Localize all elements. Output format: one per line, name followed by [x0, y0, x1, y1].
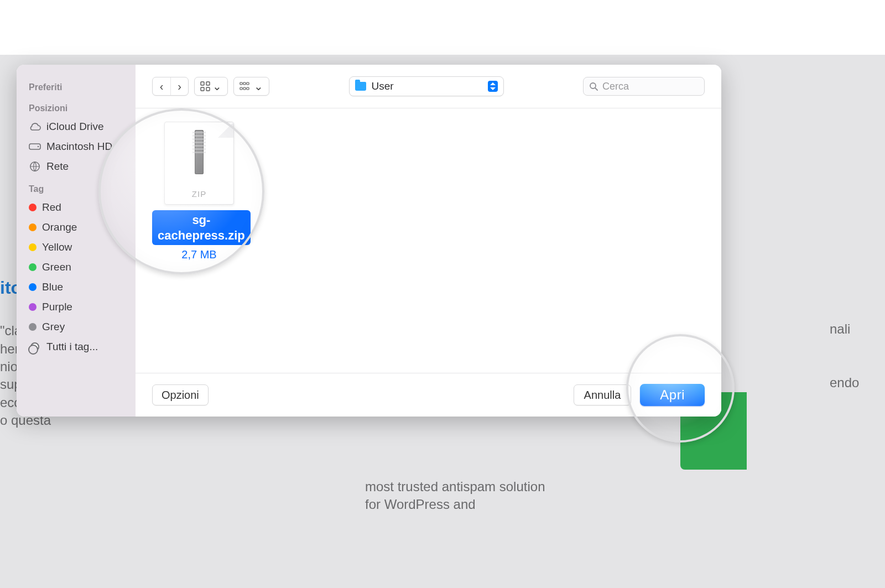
dropdown-updown-icon [488, 81, 498, 92]
sidebar-item-macintosh-hd[interactable]: Macintosh HD [17, 137, 136, 157]
search-icon [589, 82, 598, 91]
file-type-label: ZIP [192, 189, 206, 204]
options-button[interactable]: Opzioni [152, 384, 209, 405]
background-text-right: naliendo [830, 320, 885, 392]
sidebar-item-network[interactable]: Rete [17, 157, 136, 176]
sidebar: Preferiti Posizioni iCloud Drive Macinto… [17, 65, 136, 417]
file-open-dialog: Preferiti Posizioni iCloud Drive Macinto… [17, 65, 721, 417]
chevron-down-icon: ⌄ [254, 81, 263, 92]
svg-rect-7 [240, 82, 242, 85]
cloud-icon [29, 121, 41, 133]
svg-point-1 [38, 146, 39, 147]
file-browser-content[interactable]: ZIP sg-cachepress.zip 2,7 MB [136, 108, 721, 373]
tag-dot-icon [29, 263, 37, 271]
sidebar-tag-yellow[interactable]: Yellow [17, 237, 136, 257]
tag-dot-icon [29, 323, 37, 331]
svg-rect-4 [206, 82, 210, 85]
sidebar-item-label: Purple [42, 301, 72, 313]
all-tags-icon [29, 341, 41, 353]
favorites-header: Preferiti [17, 75, 136, 96]
file-item-selected[interactable]: ZIP sg-cachepress.zip 2,7 MB [152, 122, 246, 261]
svg-rect-8 [243, 82, 246, 85]
grid-icon [200, 81, 210, 91]
tag-dot-icon [29, 303, 37, 311]
disk-icon [29, 141, 41, 153]
chevron-left-icon: ‹ [160, 81, 164, 92]
svg-rect-11 [243, 87, 246, 90]
toolbar: ‹ › ⌄ [136, 65, 721, 108]
location-label: User [372, 80, 482, 92]
sidebar-item-label: Orange [42, 221, 77, 233]
tags-header: Tag [17, 176, 136, 197]
chevron-down-icon: ⌄ [212, 81, 222, 92]
svg-rect-3 [201, 82, 204, 85]
sidebar-item-icloud-drive[interactable]: iCloud Drive [17, 117, 136, 137]
sidebar-tag-purple[interactable]: Purple [17, 297, 136, 317]
globe-icon [29, 160, 41, 173]
sidebar-item-label: Tutti i tag... [46, 341, 98, 353]
open-button[interactable]: Apri [640, 384, 705, 406]
sidebar-item-label: Grey [42, 321, 65, 333]
sidebar-tag-blue[interactable]: Blue [17, 277, 136, 297]
chevron-right-icon: › [178, 81, 181, 92]
sidebar-item-label: Macintosh HD [46, 141, 112, 153]
tag-dot-icon [29, 283, 37, 291]
sidebar-all-tags[interactable]: Tutti i tag... [17, 337, 136, 357]
nav-back-button[interactable]: ‹ [153, 77, 170, 95]
file-thumbnail: ZIP [164, 122, 234, 205]
main-panel: ‹ › ⌄ [136, 65, 721, 417]
svg-line-14 [595, 88, 597, 90]
nav-buttons: ‹ › [152, 77, 189, 96]
location-dropdown[interactable]: User [349, 76, 504, 96]
search-input[interactable] [602, 81, 699, 92]
group-icon [240, 82, 252, 91]
sidebar-tag-orange[interactable]: Orange [17, 217, 136, 237]
bottom-bar: Opzioni Annulla Apri [136, 373, 721, 417]
tag-dot-icon [29, 223, 37, 231]
file-name: sg-cachepress.zip [152, 210, 251, 245]
view-icons-button[interactable]: ⌄ [194, 77, 228, 96]
background-text-below: most trusted antispam solution for WordP… [365, 478, 564, 514]
sidebar-tag-red[interactable]: Red [17, 197, 136, 217]
sidebar-item-label: Yellow [42, 241, 72, 253]
svg-rect-9 [247, 82, 249, 85]
tag-dot-icon [29, 243, 37, 251]
cancel-button[interactable]: Annulla [574, 384, 632, 405]
sidebar-item-label: Green [42, 261, 71, 273]
view-group-button[interactable]: ⌄ [233, 77, 269, 96]
sidebar-item-label: iCloud Drive [46, 121, 103, 133]
sidebar-tag-green[interactable]: Green [17, 257, 136, 277]
nav-forward-button[interactable]: › [170, 77, 188, 95]
zip-icon [195, 130, 204, 174]
svg-rect-5 [201, 87, 204, 91]
search-field[interactable] [583, 77, 705, 96]
sidebar-item-label: Rete [46, 160, 69, 173]
sidebar-item-label: Red [42, 201, 61, 214]
tag-dot-icon [29, 204, 37, 211]
file-size: 2,7 MB [152, 248, 246, 261]
svg-rect-6 [206, 87, 210, 91]
folder-icon [355, 82, 366, 91]
sidebar-tag-grey[interactable]: Grey [17, 317, 136, 337]
svg-rect-12 [247, 87, 249, 90]
svg-rect-10 [240, 87, 242, 90]
locations-header: Posizioni [17, 96, 136, 117]
sidebar-item-label: Blue [42, 281, 63, 293]
